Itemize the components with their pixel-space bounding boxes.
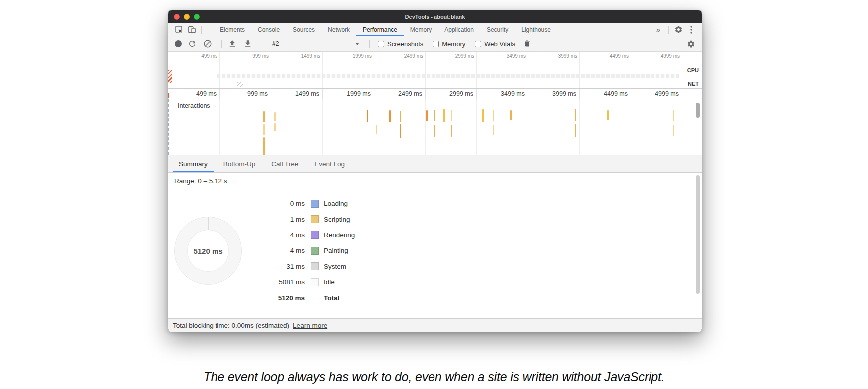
gridline [682,99,682,155]
tab-console[interactable]: Console [251,23,286,36]
maximize-button[interactable] [194,14,200,20]
gridline [271,89,271,99]
range-label: Range: 0 – 5.12 s [174,177,227,185]
track-scrollbar-thumb[interactable] [696,103,700,118]
tab-memory[interactable]: Memory [404,23,438,36]
tab-network[interactable]: Network [321,23,356,36]
gridline [476,52,477,88]
ruler-tick-label: 1499 ms [273,89,319,99]
checkbox-item-web-vitals[interactable]: Web Vitals [475,40,515,48]
tab-lighthouse[interactable]: Lighthouse [515,23,557,36]
interaction-mark [400,111,401,122]
panel-tab-summary[interactable]: Summary [173,155,214,172]
tab-performance[interactable]: Performance [356,23,404,36]
gridline [425,89,426,99]
recording-start-marker [168,93,169,98]
legend-value: 0 ms [230,200,305,207]
checkbox-item-memory[interactable]: Memory [433,40,465,48]
profile-select[interactable]: #2 [268,38,363,49]
checkbox[interactable] [475,41,481,47]
legend-swatch [311,247,319,255]
panel-tab-event-log[interactable]: Event Log [308,155,351,172]
interaction-mark [510,110,512,120]
traffic-lights [174,14,200,20]
gridline [374,52,374,88]
timeline-overview[interactable]: CPU NET 499 ms999 ms1499 ms1999 ms2499 m… [168,52,702,89]
ruler-tick-label: 2499 ms [376,89,422,99]
net-divider [168,78,702,78]
interaction-mark [673,125,674,136]
more-tabs-chevron-icon[interactable]: » [651,25,665,34]
tab-elements[interactable]: Elements [214,23,251,36]
legend-swatch [311,215,319,223]
save-profile-icon[interactable] [243,39,252,48]
summary-scrollbar-thumb[interactable] [696,175,700,294]
summary-legend: 0 msLoading1 msScripting4 msRendering4 m… [230,196,355,306]
gridline [528,89,528,99]
minimize-button[interactable] [184,14,190,20]
timeline-ruler: 499 ms999 ms1499 ms1999 ms2499 ms2999 ms… [168,89,702,99]
interactions-track[interactable]: Interactions [168,99,702,155]
close-button[interactable] [174,14,180,20]
panel-tab-call-tree[interactable]: Call Tree [265,155,304,172]
interaction-mark [263,124,265,135]
record-icon[interactable] [175,40,182,47]
ruler-tick-label: 3999 ms [530,89,576,99]
legend-label: Total [324,294,339,302]
interaction-mark [575,124,576,137]
clear-icon[interactable] [203,39,212,48]
tab-sources[interactable]: Sources [286,23,321,36]
legend-value: 5081 ms [230,278,305,286]
checkbox[interactable] [433,41,439,47]
overview-tick-label: 2999 ms [432,53,474,59]
separator [668,26,669,34]
load-profile-icon[interactable] [228,39,237,48]
checkbox-label: Web Vitals [484,40,515,48]
chevron-down-icon [355,43,359,45]
settings-gear-icon[interactable] [672,24,685,35]
legend-value: 31 ms [230,263,305,270]
cpu-activity-hatch [168,70,172,83]
reload-and-record-icon[interactable] [188,39,197,48]
legend-label: Painting [324,247,348,254]
device-toolbar-icon[interactable] [185,24,198,35]
tab-security[interactable]: Security [480,23,515,36]
interactions-label: Interactions [178,102,212,109]
capture-settings-gear-icon[interactable] [684,38,697,49]
total-blocking-time-text: Total blocking time: 0.00ms (estimated) [173,322,289,329]
footer-bar: Total blocking time: 0.00ms (estimated) … [168,318,702,332]
gridline [476,89,477,99]
devtools-tabbar: ElementsConsoleSourcesNetworkPerformance… [168,23,702,36]
gridline [322,99,323,155]
gridline [322,89,323,99]
kebab-menu-icon[interactable] [685,24,698,35]
cpu-label: CPU [687,67,699,73]
overview-tick-label: 1499 ms [277,53,320,59]
ruler-tick-label: 3499 ms [479,89,525,99]
legend-row-rendering: 4 msRendering [230,227,355,243]
inspect-element-icon[interactable] [172,24,185,35]
gridline [425,52,426,88]
checkbox-item-screenshots[interactable]: Screenshots [378,40,423,48]
interaction-mark [482,109,484,122]
tab-application[interactable]: Application [438,23,480,36]
learn-more-link[interactable]: Learn more [293,322,327,329]
gridline [374,99,374,155]
panel-tabbar: SummaryBottom-UpCall TreeEvent Log [168,155,702,173]
legend-row-system: 31 msSystem [230,259,355,274]
gridline [579,99,580,155]
gridline [219,89,220,99]
gridline [631,99,631,155]
overview-tick-label: 2499 ms [380,53,423,59]
delete-recording-icon[interactable] [523,39,532,48]
titlebar: DevTools - about:blank [168,10,702,23]
interaction-mark [493,110,494,121]
checkbox[interactable] [378,41,384,47]
interaction-mark [451,125,452,137]
gridline [631,89,631,99]
interaction-mark [367,110,368,122]
interaction-mark [607,110,609,120]
ruler-tick-label: 999 ms [222,89,268,99]
panel-tab-bottom-up[interactable]: Bottom-Up [217,155,262,172]
gridline [579,89,580,99]
